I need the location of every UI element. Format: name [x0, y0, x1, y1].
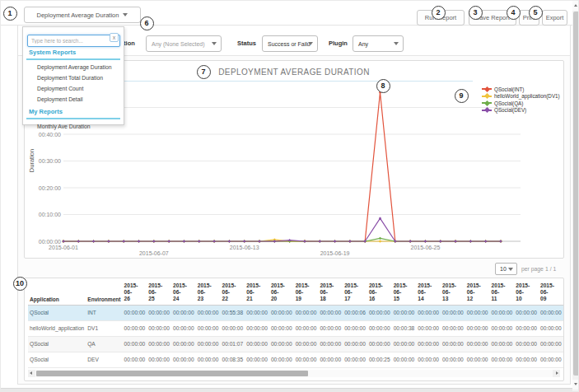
- report-selector-dropdown[interactable]: Deployment Average Duration: [24, 7, 141, 23]
- duration-cell: 00:00:00: [416, 336, 441, 352]
- date-header-day: 09: [540, 296, 562, 302]
- report-list-item[interactable]: Deployment Detail: [23, 94, 124, 105]
- svg-text:2015-06-07: 2015-06-07: [139, 250, 169, 256]
- table-row[interactable]: QSocialQA00:00:0000:00:0000:00:0000:00:0…: [28, 336, 563, 352]
- clear-search-icon[interactable]: x: [110, 33, 119, 42]
- duration-cell: 00:00:00: [294, 305, 319, 320]
- environment-cell: QA: [86, 336, 122, 352]
- application-cell: helloWorld_application: [28, 320, 86, 336]
- status-filter-label: Status: [237, 40, 256, 47]
- hscroll-thumb[interactable]: [36, 371, 308, 376]
- duration-cell: 00:00:00: [294, 352, 319, 367]
- application-cell: QSocial: [28, 336, 86, 352]
- annotation-circle: 6: [140, 16, 154, 30]
- report-list-item[interactable]: Monthly Ave Duration: [23, 121, 124, 132]
- scroll-right-icon[interactable]: [553, 370, 560, 377]
- duration-cell: 00:00:00: [123, 352, 147, 367]
- duration-cell: 00:00:06: [343, 305, 367, 320]
- svg-text:2015-06-13: 2015-06-13: [230, 245, 259, 250]
- report-page: Deployment Average Duration Run Report S…: [0, 0, 579, 392]
- date-header-prefix: 2015-06-: [271, 282, 292, 296]
- date-header-day: 18: [320, 296, 341, 302]
- chevron-down-icon: [123, 13, 128, 16]
- legend-diamond-icon: [484, 93, 490, 99]
- date-column-header: 2015-06-23: [196, 280, 221, 305]
- vscroll-thumb[interactable]: [573, 12, 579, 376]
- duration-cell: 00:00:00: [171, 305, 196, 320]
- duration-cell: 00:00:00: [171, 336, 196, 352]
- date-column-header: 2015-06-09: [539, 280, 563, 305]
- date-header-day: 10: [516, 296, 537, 302]
- scroll-up-icon[interactable]: [572, 1, 579, 11]
- scroll-left-icon[interactable]: [28, 370, 35, 377]
- table-row[interactable]: helloWorld_applicationDV100:00:0000:00:0…: [28, 320, 563, 336]
- legend-marker-icon: [482, 110, 492, 111]
- per-page-label: per page: [521, 266, 544, 272]
- legend-entry: QSocial(DEV): [482, 107, 560, 114]
- annotation-circle: 3: [469, 6, 483, 20]
- annotation-circle: 7: [197, 65, 211, 79]
- plugin-filter-select[interactable]: Any: [353, 35, 404, 52]
- environment-column-header: Environment: [86, 280, 122, 305]
- date-header-prefix: 2015-06-: [222, 282, 243, 296]
- legend-label: QSocial(QA): [494, 100, 523, 106]
- report-list-item[interactable]: Deployment Total Duration: [23, 72, 124, 83]
- report-section-title: My Reports: [23, 105, 124, 117]
- date-header-day: 16: [369, 296, 390, 302]
- legend-diamond-icon: [484, 107, 490, 113]
- table-row[interactable]: QSocialDEV00:00:0000:00:0000:00:0000:00:…: [28, 352, 563, 367]
- table-clip: ApplicationEnvironment2015-06-262015-06-…: [28, 280, 563, 368]
- date-header-day: 23: [198, 296, 219, 302]
- date-header-prefix: 2015-06-: [369, 282, 390, 296]
- report-section-title: System Reports: [23, 45, 124, 58]
- table-horizontal-scrollbar[interactable]: [28, 370, 560, 377]
- report-list-item[interactable]: Deployment Count: [23, 83, 124, 94]
- duration-cell: 00:00:00: [318, 305, 343, 320]
- date-column-header: 2015-06-15: [392, 280, 417, 305]
- date-column-header: 2015-06-10: [514, 280, 539, 305]
- date-header-prefix: 2015-06-: [344, 282, 366, 296]
- duration-cell: 00:00:00: [392, 336, 417, 352]
- date-header-prefix: 2015-06-: [467, 282, 488, 296]
- environment-cell: INT: [86, 305, 122, 320]
- duration-cell: 00:00:00: [539, 336, 563, 352]
- duration-cell: 00:00:00: [514, 352, 539, 367]
- svg-text:00:10:00: 00:10:00: [39, 212, 61, 217]
- date-header-prefix: 2015-06-: [124, 282, 146, 296]
- legend-diamond-icon: [484, 100, 490, 106]
- duration-cell: 00:00:00: [514, 305, 539, 320]
- page-horizontal-scrollbar[interactable]: [1, 388, 572, 392]
- page-size-select[interactable]: 10: [495, 263, 517, 275]
- duration-cell: 00:00:00: [318, 336, 343, 352]
- application-filter-dropdown[interactable]: Any (None Selected): [146, 35, 222, 52]
- results-table: ApplicationEnvironment2015-06-262015-06-…: [28, 280, 563, 368]
- application-cell: QSocial: [28, 305, 86, 320]
- duration-cell: 00:08:35: [220, 352, 245, 367]
- duration-cell: 00:55:38: [220, 305, 245, 320]
- duration-cell: 00:00:00: [196, 352, 221, 367]
- date-column-header: 2015-06-11: [490, 280, 515, 305]
- date-column-header: 2015-06-12: [465, 280, 490, 305]
- duration-cell: 00:00:00: [123, 305, 147, 320]
- date-column-header: 2015-06-25: [147, 280, 171, 305]
- status-filter-select[interactable]: Success or Failu: [262, 35, 318, 52]
- legend-label: QSocial(DEV): [494, 107, 526, 113]
- date-column-header: 2015-06-21: [245, 280, 269, 305]
- export-button[interactable]: Export: [542, 10, 567, 26]
- duration-cell: 00:00:00: [465, 320, 490, 336]
- duration-cell: 00:00:00: [196, 305, 221, 320]
- scroll-down-icon[interactable]: [572, 380, 579, 390]
- plugin-filter-value: Any: [358, 41, 368, 47]
- duration-cell: 00:00:00: [441, 320, 465, 336]
- duration-cell: 00:00:00: [245, 305, 269, 320]
- duration-cell: 00:00:00: [269, 336, 294, 352]
- duration-cell: 00:00:00: [245, 352, 269, 367]
- table-row[interactable]: QSocialINT00:00:0000:00:0000:00:0000:00:…: [28, 305, 563, 320]
- legend-diamond-icon: [484, 86, 490, 92]
- duration-cell: 00:00:00: [539, 352, 563, 367]
- duration-cell: 00:00:00: [367, 320, 392, 336]
- report-list-item[interactable]: Deployment Average Duration: [23, 62, 124, 72]
- date-column-header: 2015-06-24: [171, 280, 196, 305]
- date-header-day: 11: [492, 296, 513, 302]
- page-vertical-scrollbar[interactable]: [572, 1, 579, 392]
